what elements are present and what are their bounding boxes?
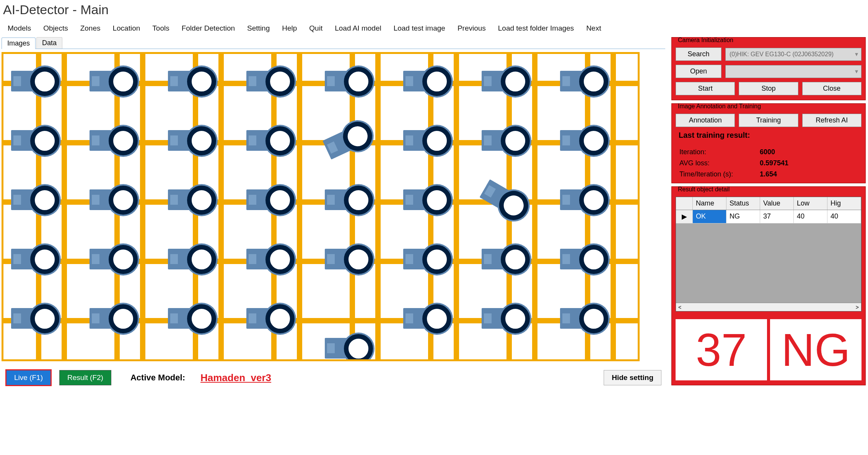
camera-start-button[interactable]: Start xyxy=(676,82,735,95)
detected-component xyxy=(325,68,371,95)
result-panel-title: Result object detail xyxy=(676,186,731,193)
result-scrollbar[interactable]: < > xyxy=(676,303,861,311)
scroll-right-icon[interactable]: > xyxy=(856,304,859,310)
detected-component xyxy=(90,127,135,154)
scroll-left-icon[interactable]: < xyxy=(678,304,681,310)
annotation-button[interactable]: Annotation xyxy=(676,114,735,127)
header-cell: Low xyxy=(794,197,827,210)
detected-component xyxy=(325,186,371,213)
menu-item-load-ai-model[interactable]: Load AI model xyxy=(329,22,387,35)
avgloss-label: AVG loss: xyxy=(679,159,760,167)
detected-component xyxy=(325,335,371,361)
big-count-value: 37 xyxy=(676,319,767,380)
window-title: AI-Detector - Main xyxy=(0,0,868,21)
detected-component xyxy=(90,186,135,213)
menu-item-models[interactable]: Models xyxy=(2,22,37,35)
detected-component xyxy=(246,68,292,95)
menu-item-load-test-folder-images[interactable]: Load test folder Images xyxy=(492,22,580,35)
tab-data[interactable]: Data xyxy=(36,37,62,49)
menu-item-zones[interactable]: Zones xyxy=(74,22,107,35)
menu-item-help[interactable]: Help xyxy=(276,22,303,35)
menu-bar: ModelsObjectsZonesLocationToolsFolder De… xyxy=(0,21,868,37)
detected-component xyxy=(11,68,57,95)
menu-item-load-test-image[interactable]: Load test image xyxy=(388,22,451,35)
result-button[interactable]: Result (F2) xyxy=(59,370,111,385)
grid-vline xyxy=(454,54,459,359)
camera-device-combo[interactable]: (0)HIK: GEV EG130-C (02J06352029) xyxy=(725,48,861,61)
detected-component xyxy=(560,305,606,332)
detected-component xyxy=(11,246,57,272)
grid-vline xyxy=(611,54,616,359)
camera-open-button[interactable]: Open xyxy=(676,65,721,78)
iteration-value: 6000 xyxy=(760,148,861,156)
row-high-cell: 40 xyxy=(827,210,861,223)
detected-component xyxy=(403,186,449,213)
detected-component xyxy=(11,127,57,154)
tab-images[interactable]: Images xyxy=(2,38,36,49)
footer-bar: Live (F1) Result (F2) Active Model: Hama… xyxy=(2,365,665,388)
detected-component xyxy=(560,246,606,272)
header-cell xyxy=(676,197,693,210)
menu-item-next[interactable]: Next xyxy=(580,22,607,35)
menu-item-previous[interactable]: Previous xyxy=(451,22,492,35)
detected-component xyxy=(403,127,449,154)
detected-component xyxy=(560,68,606,95)
grid-vline xyxy=(297,54,302,359)
detected-component xyxy=(246,186,292,213)
big-status-value: NG xyxy=(770,319,861,380)
detected-component xyxy=(168,127,214,154)
menu-item-quit[interactable]: Quit xyxy=(303,22,329,35)
header-cell: Name xyxy=(693,197,726,210)
row-pointer-icon: ▶ xyxy=(676,210,693,223)
result-table-row[interactable]: ▶ OK NG 37 40 40 xyxy=(676,210,861,223)
detected-component xyxy=(90,68,135,95)
detected-component xyxy=(482,246,528,272)
detected-component xyxy=(321,119,374,162)
time-iter-value: 1.654 xyxy=(760,170,861,178)
detected-component xyxy=(478,177,531,223)
hide-setting-button[interactable]: Hide setting xyxy=(604,370,661,385)
grid-vline xyxy=(375,54,381,359)
detected-component xyxy=(482,127,528,154)
avgloss-value: 0.597541 xyxy=(760,159,861,167)
menu-item-tools[interactable]: Tools xyxy=(146,22,175,35)
detected-component xyxy=(168,246,214,272)
row-name-cell: OK xyxy=(693,210,726,223)
active-model-label: Active Model: xyxy=(130,373,185,383)
training-panel: Image Annotation and Training Annotation… xyxy=(671,103,866,183)
grid-vline xyxy=(532,54,537,359)
header-cell: Value xyxy=(760,197,794,210)
detected-component xyxy=(11,186,57,213)
camera-search-button[interactable]: Search xyxy=(676,47,721,61)
camera-stop-button[interactable]: Stop xyxy=(739,82,798,95)
grid-vline xyxy=(218,54,224,359)
camera-init-panel: Camera Initialization Search (0)HIK: GEV… xyxy=(671,37,866,100)
detected-component xyxy=(560,127,606,154)
detected-component xyxy=(90,305,135,332)
row-low-cell: 40 xyxy=(794,210,827,223)
training-button[interactable]: Training xyxy=(739,114,798,127)
camera-close-button[interactable]: Close xyxy=(802,82,861,95)
menu-item-location[interactable]: Location xyxy=(106,22,146,35)
menu-item-setting[interactable]: Setting xyxy=(241,22,276,35)
detected-component xyxy=(403,305,449,332)
detected-component xyxy=(325,246,371,272)
camera-open-combo[interactable] xyxy=(725,65,861,78)
detected-component xyxy=(403,68,449,95)
detected-component xyxy=(11,305,57,332)
menu-item-folder-detection[interactable]: Folder Detection xyxy=(176,22,241,35)
detected-component xyxy=(482,68,528,95)
detected-component xyxy=(560,186,606,213)
training-result-title: Last training result: xyxy=(676,131,861,140)
detected-component xyxy=(168,186,214,213)
menu-item-objects[interactable]: Objects xyxy=(37,22,74,35)
detected-component xyxy=(246,246,292,272)
refresh-ai-button[interactable]: Refresh AI xyxy=(802,114,861,127)
result-detail-panel: Result object detail NameStatusValueLowH… xyxy=(671,186,866,385)
header-cell: Hig xyxy=(827,197,861,210)
detected-component xyxy=(168,305,214,332)
live-button[interactable]: Live (F1) xyxy=(5,369,52,386)
detected-component xyxy=(403,246,449,272)
detected-component xyxy=(246,305,292,332)
active-model-value: Hamaden_ver3 xyxy=(200,372,271,384)
